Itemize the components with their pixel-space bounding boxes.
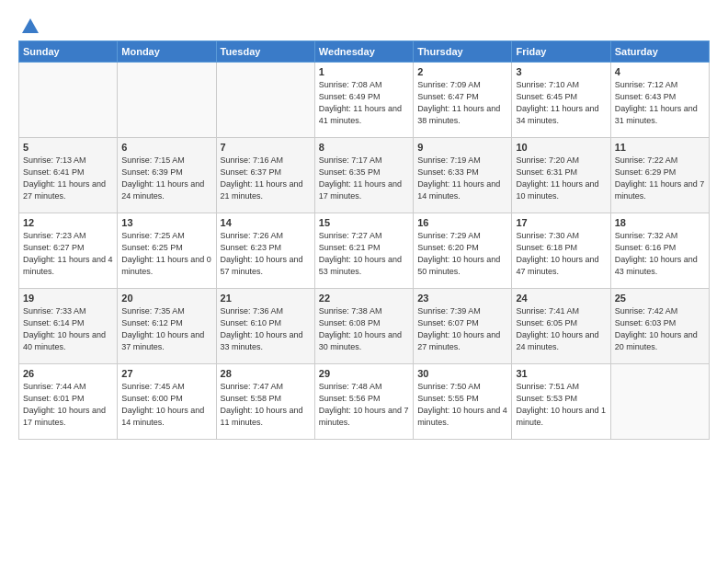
day-number: 7	[221, 142, 311, 153]
day-number: 20	[121, 293, 211, 304]
week-row-4: 19Sunrise: 7:33 AMSunset: 6:14 PMDayligh…	[19, 289, 710, 364]
day-cell: 30Sunrise: 7:50 AMSunset: 5:55 PMDayligh…	[414, 364, 512, 440]
day-info: Sunrise: 7:08 AMSunset: 6:49 PMDaylight:…	[319, 79, 409, 127]
logo-icon	[20, 17, 40, 37]
day-number: 11	[615, 142, 705, 153]
week-row-2: 5Sunrise: 7:13 AMSunset: 6:41 PMDaylight…	[19, 138, 710, 213]
day-info: Sunrise: 7:35 AMSunset: 6:12 PMDaylight:…	[121, 305, 211, 353]
day-cell: 27Sunrise: 7:45 AMSunset: 6:00 PMDayligh…	[118, 364, 216, 440]
day-number: 23	[417, 293, 507, 304]
day-cell: 1Sunrise: 7:08 AMSunset: 6:49 PMDaylight…	[314, 63, 413, 138]
day-cell: 10Sunrise: 7:20 AMSunset: 6:31 PMDayligh…	[512, 138, 610, 213]
day-info: Sunrise: 7:38 AMSunset: 6:08 PMDaylight:…	[319, 305, 409, 353]
day-info: Sunrise: 7:32 AMSunset: 6:16 PMDaylight:…	[615, 230, 705, 278]
header-cell-wednesday: Wednesday	[314, 41, 413, 63]
week-row-3: 12Sunrise: 7:23 AMSunset: 6:27 PMDayligh…	[19, 213, 710, 289]
day-cell: 17Sunrise: 7:30 AMSunset: 6:18 PMDayligh…	[512, 213, 610, 289]
day-number: 17	[516, 217, 606, 228]
logo	[18, 17, 40, 35]
day-cell: 12Sunrise: 7:23 AMSunset: 6:27 PMDayligh…	[19, 213, 118, 289]
day-info: Sunrise: 7:09 AMSunset: 6:47 PMDaylight:…	[417, 79, 507, 127]
day-info: Sunrise: 7:16 AMSunset: 6:37 PMDaylight:…	[221, 155, 311, 202]
day-info: Sunrise: 7:36 AMSunset: 6:10 PMDaylight:…	[221, 305, 311, 353]
day-info: Sunrise: 7:51 AMSunset: 5:53 PMDaylight:…	[516, 381, 606, 429]
svg-marker-0	[22, 18, 39, 33]
day-info: Sunrise: 7:50 AMSunset: 5:55 PMDaylight:…	[417, 381, 507, 429]
day-number: 21	[221, 293, 311, 304]
day-cell: 16Sunrise: 7:29 AMSunset: 6:20 PMDayligh…	[414, 213, 512, 289]
day-number: 19	[23, 293, 113, 304]
day-cell: 4Sunrise: 7:12 AMSunset: 6:43 PMDaylight…	[610, 63, 709, 138]
week-row-1: 1Sunrise: 7:08 AMSunset: 6:49 PMDaylight…	[19, 63, 710, 138]
day-cell: 2Sunrise: 7:09 AMSunset: 6:47 PMDaylight…	[414, 63, 512, 138]
day-info: Sunrise: 7:47 AMSunset: 5:58 PMDaylight:…	[221, 381, 311, 429]
day-info: Sunrise: 7:26 AMSunset: 6:23 PMDaylight:…	[221, 230, 311, 278]
day-info: Sunrise: 7:19 AMSunset: 6:33 PMDaylight:…	[417, 155, 507, 202]
header-cell-saturday: Saturday	[610, 41, 709, 63]
header	[18, 17, 710, 35]
day-number: 31	[516, 368, 606, 379]
day-cell	[118, 63, 216, 138]
day-cell: 8Sunrise: 7:17 AMSunset: 6:35 PMDaylight…	[314, 138, 413, 213]
day-number: 16	[417, 217, 507, 228]
day-number: 22	[319, 293, 409, 304]
calendar-page: SundayMondayTuesdayWednesdayThursdayFrid…	[0, 0, 728, 449]
day-info: Sunrise: 7:44 AMSunset: 6:01 PMDaylight:…	[23, 381, 113, 429]
week-row-5: 26Sunrise: 7:44 AMSunset: 6:01 PMDayligh…	[19, 364, 710, 440]
day-cell: 19Sunrise: 7:33 AMSunset: 6:14 PMDayligh…	[19, 289, 118, 364]
day-cell: 28Sunrise: 7:47 AMSunset: 5:58 PMDayligh…	[216, 364, 314, 440]
day-info: Sunrise: 7:25 AMSunset: 6:25 PMDaylight:…	[121, 230, 211, 278]
day-info: Sunrise: 7:15 AMSunset: 6:39 PMDaylight:…	[121, 155, 211, 202]
day-cell: 15Sunrise: 7:27 AMSunset: 6:21 PMDayligh…	[314, 213, 413, 289]
day-number: 4	[615, 66, 705, 77]
header-cell-friday: Friday	[512, 41, 610, 63]
day-info: Sunrise: 7:30 AMSunset: 6:18 PMDaylight:…	[516, 230, 606, 278]
header-cell-monday: Monday	[118, 41, 216, 63]
day-number: 10	[516, 142, 606, 153]
day-cell: 31Sunrise: 7:51 AMSunset: 5:53 PMDayligh…	[512, 364, 610, 440]
day-number: 25	[615, 293, 705, 304]
day-number: 28	[221, 368, 311, 379]
day-info: Sunrise: 7:17 AMSunset: 6:35 PMDaylight:…	[319, 155, 409, 202]
day-number: 9	[417, 142, 507, 153]
day-info: Sunrise: 7:23 AMSunset: 6:27 PMDaylight:…	[23, 230, 113, 278]
day-cell: 21Sunrise: 7:36 AMSunset: 6:10 PMDayligh…	[216, 289, 314, 364]
header-cell-sunday: Sunday	[19, 41, 118, 63]
day-number: 24	[516, 293, 606, 304]
header-cell-tuesday: Tuesday	[216, 41, 314, 63]
day-info: Sunrise: 7:27 AMSunset: 6:21 PMDaylight:…	[319, 230, 409, 278]
day-number: 3	[516, 66, 606, 77]
day-cell: 23Sunrise: 7:39 AMSunset: 6:07 PMDayligh…	[414, 289, 512, 364]
day-info: Sunrise: 7:10 AMSunset: 6:45 PMDaylight:…	[516, 79, 606, 127]
header-cell-thursday: Thursday	[414, 41, 512, 63]
day-number: 26	[23, 368, 113, 379]
header-row: SundayMondayTuesdayWednesdayThursdayFrid…	[19, 41, 710, 63]
day-info: Sunrise: 7:48 AMSunset: 5:56 PMDaylight:…	[319, 381, 409, 429]
day-info: Sunrise: 7:20 AMSunset: 6:31 PMDaylight:…	[516, 155, 606, 202]
day-cell: 14Sunrise: 7:26 AMSunset: 6:23 PMDayligh…	[216, 213, 314, 289]
day-cell	[19, 63, 118, 138]
day-cell: 25Sunrise: 7:42 AMSunset: 6:03 PMDayligh…	[610, 289, 709, 364]
day-number: 1	[319, 66, 409, 77]
day-cell: 26Sunrise: 7:44 AMSunset: 6:01 PMDayligh…	[19, 364, 118, 440]
day-cell: 18Sunrise: 7:32 AMSunset: 6:16 PMDayligh…	[610, 213, 709, 289]
day-cell: 22Sunrise: 7:38 AMSunset: 6:08 PMDayligh…	[314, 289, 413, 364]
day-cell: 7Sunrise: 7:16 AMSunset: 6:37 PMDaylight…	[216, 138, 314, 213]
day-number: 15	[319, 217, 409, 228]
day-number: 30	[417, 368, 507, 379]
day-cell: 11Sunrise: 7:22 AMSunset: 6:29 PMDayligh…	[610, 138, 709, 213]
day-cell: 3Sunrise: 7:10 AMSunset: 6:45 PMDaylight…	[512, 63, 610, 138]
day-cell	[610, 364, 709, 440]
day-info: Sunrise: 7:39 AMSunset: 6:07 PMDaylight:…	[417, 305, 507, 353]
day-info: Sunrise: 7:42 AMSunset: 6:03 PMDaylight:…	[615, 305, 705, 353]
day-cell: 9Sunrise: 7:19 AMSunset: 6:33 PMDaylight…	[414, 138, 512, 213]
day-number: 18	[615, 217, 705, 228]
day-number: 5	[23, 142, 113, 153]
day-info: Sunrise: 7:13 AMSunset: 6:41 PMDaylight:…	[23, 155, 113, 202]
day-cell: 6Sunrise: 7:15 AMSunset: 6:39 PMDaylight…	[118, 138, 216, 213]
day-number: 14	[221, 217, 311, 228]
day-cell	[216, 63, 314, 138]
day-number: 8	[319, 142, 409, 153]
day-cell: 29Sunrise: 7:48 AMSunset: 5:56 PMDayligh…	[314, 364, 413, 440]
day-number: 6	[121, 142, 211, 153]
